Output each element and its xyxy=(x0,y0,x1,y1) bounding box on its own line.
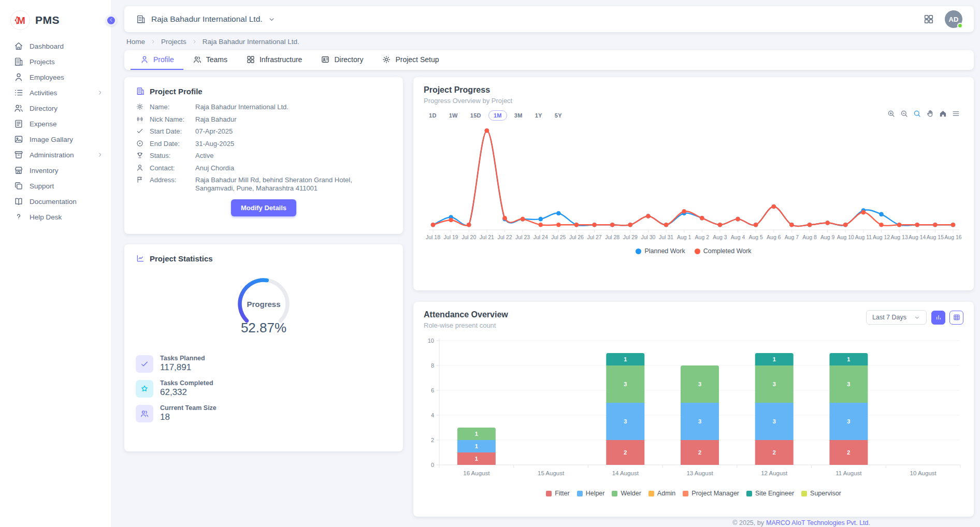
stat-label: Current Team Size xyxy=(160,404,217,412)
sidebar-item-activities[interactable]: Activities xyxy=(0,85,111,100)
field-label: Name: xyxy=(150,103,195,111)
legend-item-fitter[interactable]: Fitter xyxy=(546,490,569,497)
chart-line-icon xyxy=(136,254,145,263)
chart-view-toggle-button[interactable] xyxy=(931,311,945,325)
menu-icon[interactable] xyxy=(952,109,960,118)
sidebar-item-support[interactable]: Support xyxy=(0,178,111,194)
svg-text:Aug 16: Aug 16 xyxy=(944,234,961,240)
main-area: Raja Bahadur International Ltd. AD HomeP… xyxy=(111,0,980,527)
svg-text:2: 2 xyxy=(773,449,776,456)
sidebar-item-expense[interactable]: Expense xyxy=(0,116,111,131)
svg-text:Jul 28: Jul 28 xyxy=(605,234,619,240)
legend-item-site-engineer[interactable]: Site Engineer xyxy=(746,490,794,497)
svg-text:Jul 29: Jul 29 xyxy=(623,234,638,240)
sidebar-item-help-desk[interactable]: Help Desk xyxy=(0,209,111,225)
range-button-1y[interactable]: 1Y xyxy=(530,110,547,121)
company-selector[interactable]: Raja Bahadur International Ltd. xyxy=(136,14,276,24)
breadcrumb-item-home[interactable]: Home xyxy=(126,38,145,46)
svg-text:Jul 22: Jul 22 xyxy=(497,234,512,240)
table-view-toggle-button[interactable] xyxy=(949,311,963,325)
attendance-range-select[interactable]: Last 7 Days xyxy=(866,310,927,325)
building-icon xyxy=(136,14,146,24)
sidebar-item-employees[interactable]: Employees xyxy=(0,69,111,85)
svg-text:3: 3 xyxy=(624,418,627,424)
tab-directory[interactable]: Directory xyxy=(311,50,372,70)
sidebar-item-label: Employees xyxy=(30,74,104,81)
svg-text:Aug 15: Aug 15 xyxy=(927,234,944,240)
svg-text:3: 3 xyxy=(698,381,701,387)
legend-label: Fitter xyxy=(555,490,569,497)
legend-item-admin[interactable]: Admin xyxy=(648,490,675,497)
sidebar-item-documentation[interactable]: Documentation xyxy=(0,194,111,209)
shortcuts-grid-icon[interactable] xyxy=(923,13,934,25)
legend-item-supervisor[interactable]: Supervisor xyxy=(801,490,841,497)
range-button-1d[interactable]: 1D xyxy=(424,110,442,121)
svg-text:2: 2 xyxy=(847,449,850,456)
range-button-15d[interactable]: 15D xyxy=(465,110,486,121)
attendance-bar-chart[interactable]: 024681011116 August15 August233114 Augus… xyxy=(424,334,962,490)
sidebar-item-label: Expense xyxy=(30,120,104,128)
left-column: Project Profile Name:Raja Bahadur Intern… xyxy=(124,77,403,517)
svg-text:Aug 11: Aug 11 xyxy=(855,234,872,240)
pan-icon[interactable] xyxy=(926,109,934,118)
bar-chart-legend: FitterHelperWelderAdminProject ManagerSi… xyxy=(424,490,963,497)
profile-field-contact: Contact:Anuj Chordia xyxy=(136,164,392,172)
sidebar-item-image-gallary[interactable]: Image Gallary xyxy=(0,131,111,147)
company-link[interactable]: MARCO AIoT Technologies Pvt. Ltd. xyxy=(766,519,870,526)
modify-details-button[interactable]: Modify Details xyxy=(231,199,296,216)
sidebar-item-administration[interactable]: Administration xyxy=(0,147,111,163)
range-button-3m[interactable]: 3M xyxy=(509,110,528,121)
tab-project-setup[interactable]: Project Setup xyxy=(372,50,448,70)
sidebar-item-projects[interactable]: Projects xyxy=(0,54,111,69)
brand[interactable]: M PMS xyxy=(0,7,111,38)
project-progress-card: Project Progress Progress Overview by Pr… xyxy=(413,77,974,290)
legend-item-project-manager[interactable]: Project Manager xyxy=(683,490,739,497)
legend-label: Site Engineer xyxy=(755,490,794,497)
tab-infrastructure[interactable]: Infrastructure xyxy=(237,50,311,70)
zoom-in-icon[interactable] xyxy=(887,109,896,118)
selection-zoom-icon[interactable] xyxy=(913,109,921,118)
reset-zoom-icon[interactable] xyxy=(939,109,947,118)
chevron-left-icon xyxy=(108,17,114,25)
zoom-out-icon[interactable] xyxy=(900,109,909,118)
stat-tasks-completed: Tasks Completed62,332 xyxy=(136,379,392,398)
sidebar-item-label: Image Gallary xyxy=(30,136,104,143)
brand-logo-icon: M xyxy=(10,10,30,30)
sidebar-item-label: Projects xyxy=(30,58,104,66)
range-button-1m[interactable]: 1M xyxy=(488,110,507,121)
receipt-icon xyxy=(13,119,24,129)
attendance-overview-card: Attendance Overview Role-wise present co… xyxy=(413,302,974,517)
range-button-5y[interactable]: 5Y xyxy=(550,110,567,121)
stat-current-team-size: Current Team Size18 xyxy=(136,404,392,422)
sidebar-item-dashboard[interactable]: Dashboard xyxy=(0,38,111,54)
legend-item-completed-work[interactable]: Completed Work xyxy=(695,247,752,255)
profile-field-nick-name: Nick Name:Raja Bahadur xyxy=(136,115,392,124)
chevron-right-icon xyxy=(150,38,156,45)
legend-label: Project Manager xyxy=(691,490,739,497)
chevron-right-icon xyxy=(96,151,104,158)
archive-icon xyxy=(13,150,24,160)
sidebar-item-directory[interactable]: Directory xyxy=(0,100,111,116)
svg-text:3: 3 xyxy=(698,418,701,424)
legend-item-welder[interactable]: Welder xyxy=(612,490,641,497)
user-icon xyxy=(140,55,149,64)
svg-text:1: 1 xyxy=(475,456,478,462)
users-icon xyxy=(13,103,24,113)
tab-teams[interactable]: Teams xyxy=(183,50,237,70)
tab-profile[interactable]: Profile xyxy=(131,50,183,70)
svg-text:M: M xyxy=(17,15,25,26)
project-statistics-card: Project Statistics Progress 52.87% Tasks… xyxy=(124,244,403,451)
attendance-title: Attendance Overview xyxy=(424,310,508,319)
range-button-1w[interactable]: 1W xyxy=(444,110,463,121)
sidebar-collapse-button[interactable] xyxy=(106,15,117,26)
stat-value: 117,891 xyxy=(160,362,205,373)
progress-line-chart[interactable]: Jul 18Jul 19Jul 20Jul 21Jul 22Jul 23Jul … xyxy=(424,121,962,246)
legend-item-planned-work[interactable]: Planned Work xyxy=(636,247,685,255)
sidebar-item-inventory[interactable]: Inventory xyxy=(0,163,111,178)
user-menu[interactable]: AD xyxy=(945,10,962,28)
stat-value: 62,332 xyxy=(160,387,213,398)
breadcrumb-item-projects[interactable]: Projects xyxy=(161,38,186,46)
field-label: Contact: xyxy=(150,164,195,172)
check-icon xyxy=(136,355,153,373)
legend-item-helper[interactable]: Helper xyxy=(577,490,605,497)
